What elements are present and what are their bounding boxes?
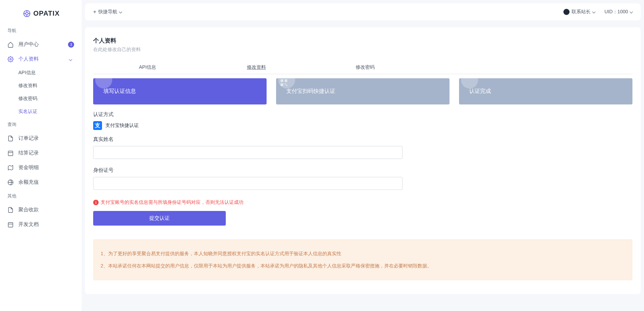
notification-badge: 3 <box>68 42 74 48</box>
auth-method-alipay[interactable]: 支 支付宝快捷认证 <box>93 121 632 130</box>
nav-section-other: 其他 <box>0 190 82 202</box>
sidebar: OPATIX 导航 用户中心 3 个人资料 API信息 修改资料 修改密码 实名… <box>0 0 82 297</box>
sidebar-item-aggregate[interactable]: 聚合收款 <box>0 202 82 217</box>
nav-section-query: 查询 <box>0 118 82 131</box>
step-3: 认证完成 <box>459 78 632 104</box>
sub-item-edit-pwd[interactable]: 修改密码 <box>7 92 82 105</box>
sidebar-item-label: 订单记录 <box>18 135 74 142</box>
svg-point-1 <box>26 12 28 15</box>
submit-button[interactable]: 提交认证 <box>93 211 226 226</box>
tab-edit-profile[interactable]: 修改资料 <box>202 61 311 74</box>
uid-dropdown[interactable]: UID：1000 <box>605 9 632 15</box>
brand-logo[interactable]: OPATIX <box>0 0 82 24</box>
sidebar-item-settlements[interactable]: 结算记录 <box>0 146 82 160</box>
settings-icon <box>7 56 14 62</box>
sub-item-api[interactable]: API信息 <box>7 66 82 79</box>
svg-rect-7 <box>8 151 13 156</box>
svg-rect-17 <box>286 85 287 86</box>
svg-rect-16 <box>285 83 286 84</box>
notice-box: 1、为了更好的享受聚合易支付提供的服务，本人知晓并同意授权支付宝的实名认证方式用… <box>93 239 632 280</box>
step-1: 填写认证信息 <box>93 78 267 104</box>
content-card: 个人资料 在此处修改自己的资料 API信息 修改资料 修改密码 填写认证信息 支… <box>85 27 641 294</box>
sidebar-item-label: 余额充值 <box>18 179 74 185</box>
sidebar-item-label: 开发文档 <box>18 221 74 228</box>
method-label: 认证方式 <box>93 111 632 118</box>
id-label: 身份证号 <box>93 167 632 174</box>
sidebar-item-user-center[interactable]: 用户中心 3 <box>0 37 82 52</box>
page-title: 个人资料 <box>93 37 632 45</box>
sidebar-item-label: 个人资料 <box>18 56 65 62</box>
topbar-right: 联系站长 UID：1000 <box>563 9 632 15</box>
info-icon: i <box>93 200 99 205</box>
quick-nav-label: 快捷导航 <box>98 9 117 15</box>
plus-icon: + <box>93 9 96 15</box>
contact-admin-button[interactable]: 联系站长 <box>563 9 595 15</box>
auth-form: 认证方式 支 支付宝快捷认证 真实姓名 身份证号 i 支付宝账号的实名信息需与所… <box>93 111 632 226</box>
map-icon <box>7 165 14 171</box>
step-1-label: 填写认证信息 <box>103 88 136 94</box>
globe-icon <box>7 179 14 185</box>
file-icon <box>7 207 14 213</box>
chevron-down-icon <box>119 10 122 13</box>
chevron-down-icon <box>592 10 595 13</box>
brand-text: OPATIX <box>33 10 60 17</box>
svg-rect-15 <box>281 83 283 86</box>
warning-message: i 支付宝账号的实名信息需与所填身份证号码对应，否则无法认证成功 <box>93 199 632 206</box>
svg-marker-9 <box>8 165 13 170</box>
logo-icon <box>23 10 31 17</box>
sidebar-item-docs[interactable]: 开发文档 <box>0 217 82 232</box>
sidebar-item-funds[interactable]: 资金明细 <box>0 160 82 175</box>
notice-line-2: 2、本站承诺任何在本网站提交的用户信息，仅限用于本站为用户提供服务，本站承诺为用… <box>101 260 625 272</box>
step-2: 支付宝扫码快捷认证 <box>276 78 450 104</box>
sidebar-item-label: 结算记录 <box>18 150 74 156</box>
step-2-label: 支付宝扫码快捷认证 <box>286 88 335 94</box>
calendar-icon <box>7 150 14 156</box>
real-name-label: 真实姓名 <box>93 136 632 143</box>
sidebar-item-label: 用户中心 <box>18 41 63 48</box>
sidebar-item-label: 资金明细 <box>18 164 74 171</box>
chevron-down-icon <box>69 57 74 62</box>
page-subtitle: 在此处修改自己的资料 <box>93 47 632 53</box>
uid-label: UID：1000 <box>605 9 628 15</box>
quick-nav-button[interactable]: + 快捷导航 <box>93 9 122 15</box>
avatar-icon <box>563 9 570 15</box>
file-icon <box>7 135 14 142</box>
alipay-icon: 支 <box>93 121 102 130</box>
alipay-label: 支付宝快捷认证 <box>105 122 139 129</box>
qr-icon <box>279 78 288 87</box>
steps-bar: 填写认证信息 支付宝扫码快捷认证 认证完成 <box>93 78 632 104</box>
svg-rect-13 <box>281 79 283 82</box>
home-icon <box>7 42 14 48</box>
tab-api[interactable]: API信息 <box>93 61 202 74</box>
svg-point-6 <box>10 58 12 60</box>
tabs-bar: API信息 修改资料 修改密码 <box>93 61 632 74</box>
sidebar-item-orders[interactable]: 订单记录 <box>0 131 82 146</box>
svg-rect-14 <box>285 79 287 82</box>
sub-item-edit-profile[interactable]: 修改资料 <box>7 79 82 92</box>
contact-label: 联系站长 <box>572 9 591 15</box>
id-number-input[interactable] <box>93 177 403 190</box>
chevron-down-icon <box>630 10 633 13</box>
svg-rect-11 <box>8 223 13 227</box>
sidebar-item-profile[interactable]: 个人资料 <box>0 52 82 66</box>
real-name-input[interactable] <box>93 146 403 159</box>
main-area: + 快捷导航 联系站长 UID：1000 个人资料 在此处修改自己的资料 API… <box>82 0 644 297</box>
sub-item-realname[interactable]: 实名认证 <box>7 105 82 118</box>
notice-line-1: 1、为了更好的享受聚合易支付提供的服务，本人知晓并同意授权支付宝的实名认证方式用… <box>101 247 625 260</box>
nav-section-nav: 导航 <box>0 24 82 37</box>
warning-text: 支付宝账号的实名信息需与所填身份证号码对应，否则无法认证成功 <box>101 199 243 206</box>
topbar: + 快捷导航 联系站长 UID：1000 <box>85 3 641 20</box>
tab-edit-pwd[interactable]: 修改密码 <box>311 61 420 74</box>
step-3-label: 认证完成 <box>469 88 491 94</box>
calendar-icon <box>7 222 14 228</box>
sidebar-item-label: 聚合收款 <box>18 207 74 213</box>
sidebar-item-recharge[interactable]: 余额充值 <box>0 175 82 190</box>
profile-submenu: API信息 修改资料 修改密码 实名认证 <box>0 66 82 118</box>
